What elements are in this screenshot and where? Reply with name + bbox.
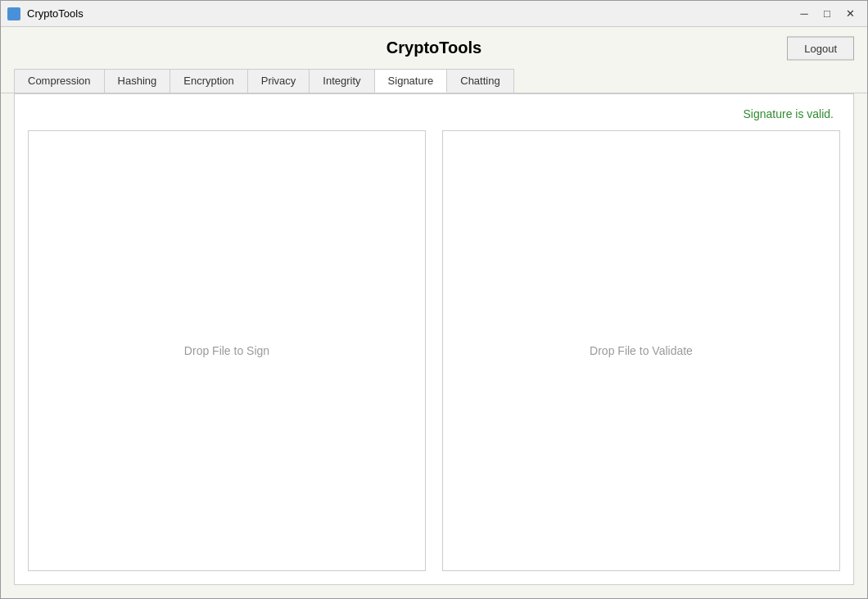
tab-signature[interactable]: Signature — [374, 69, 448, 93]
tab-compression[interactable]: Compression — [14, 69, 105, 93]
status-message: Signature is valid. — [28, 107, 840, 120]
tab-chatting[interactable]: Chatting — [446, 69, 513, 93]
tab-privacy[interactable]: Privacy — [247, 69, 310, 93]
logout-button[interactable]: Logout — [787, 36, 854, 60]
drop-zone-validate-label: Drop File to Validate — [590, 344, 693, 357]
minimize-button[interactable]: ─ — [793, 6, 815, 22]
drop-zones: Drop File to Sign Drop File to Validate — [28, 130, 840, 571]
content-area: Signature is valid. Drop File to Sign Dr… — [14, 93, 854, 585]
app-window: CryptoTools ─ □ ✕ CryptoTools Logout Com… — [0, 0, 868, 599]
close-button[interactable]: ✕ — [839, 6, 861, 22]
maximize-button[interactable]: □ — [816, 6, 838, 22]
drop-zone-sign-label: Drop File to Sign — [184, 344, 269, 357]
tabs-container: Compression Hashing Encryption Privacy I… — [1, 69, 867, 93]
drop-zone-validate[interactable]: Drop File to Validate — [442, 130, 840, 571]
app-header: CryptoTools Logout — [1, 27, 867, 69]
title-bar-text: CryptoTools — [27, 7, 793, 20]
app-icon — [7, 7, 20, 20]
app-title: CryptoTools — [387, 39, 481, 57]
title-bar: CryptoTools ─ □ ✕ — [1, 1, 867, 27]
tab-encryption[interactable]: Encryption — [170, 69, 247, 93]
tab-integrity[interactable]: Integrity — [309, 69, 374, 93]
title-bar-controls: ─ □ ✕ — [793, 6, 861, 22]
drop-zone-sign[interactable]: Drop File to Sign — [28, 130, 426, 571]
tab-hashing[interactable]: Hashing — [104, 69, 171, 93]
